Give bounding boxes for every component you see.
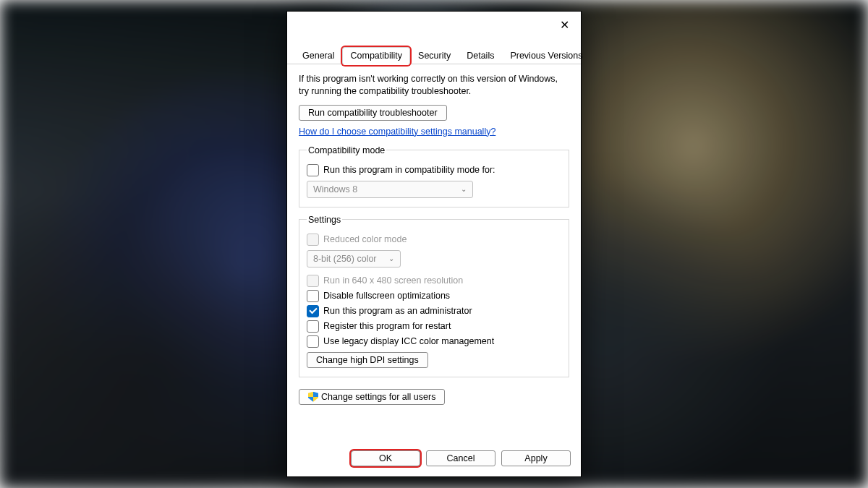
cancel-button[interactable]: Cancel [426, 450, 495, 466]
tab-general[interactable]: General [294, 47, 342, 64]
disable-fullscreen-checkbox[interactable] [307, 290, 319, 302]
legacy-icc-label: Use legacy display ICC color management [323, 336, 494, 346]
compat-mode-select-value: Windows 8 [313, 184, 357, 194]
register-restart-checkbox[interactable] [307, 320, 319, 333]
chevron-down-icon: ⌄ [461, 185, 467, 193]
compatibility-mode-legend: Compatibility mode [307, 145, 386, 155]
close-icon: ✕ [560, 20, 569, 31]
register-restart-label: Register this program for restart [323, 321, 451, 331]
tab-previous-versions[interactable]: Previous Versions [502, 47, 590, 64]
run-troubleshooter-button[interactable]: Run compatibility troubleshooter [299, 105, 447, 121]
reduced-color-label: Reduced color mode [323, 234, 407, 244]
run-640-label: Run in 640 x 480 screen resolution [323, 275, 463, 286]
close-button[interactable]: ✕ [558, 19, 571, 32]
change-high-dpi-button[interactable]: Change high DPI settings [307, 352, 428, 368]
reduced-color-checkbox [307, 234, 319, 246]
color-depth-select: 8-bit (256) color ⌄ [307, 250, 401, 267]
settings-group: Settings Reduced color mode 8-bit (256) … [299, 215, 569, 377]
run-as-admin-checkbox[interactable] [307, 305, 319, 317]
compat-mode-label: Run this program in compatibility mode f… [323, 165, 495, 175]
help-link[interactable]: How do I choose compatibility settings m… [299, 127, 569, 137]
dialog-footer: OK Cancel Apply [287, 442, 581, 476]
ok-button[interactable]: OK [351, 450, 420, 466]
compatibility-mode-group: Compatibility mode Run this program in c… [299, 145, 569, 207]
settings-legend: Settings [307, 215, 342, 225]
change-settings-all-users-label: Change settings for all users [321, 392, 435, 402]
run-as-admin-label: Run this program as an administrator [323, 306, 472, 316]
intro-text: If this program isn't working correctly … [299, 73, 569, 98]
disable-fullscreen-label: Disable fullscreen optimizations [323, 291, 450, 301]
change-settings-all-users-button[interactable]: Change settings for all users [299, 389, 445, 405]
legacy-icc-checkbox[interactable] [307, 335, 319, 348]
compat-mode-checkbox[interactable] [307, 164, 319, 176]
chevron-down-icon: ⌄ [388, 254, 394, 262]
shield-icon [308, 392, 318, 402]
tab-details[interactable]: Details [459, 47, 502, 64]
tab-row: General Compatibility Security Details P… [287, 40, 581, 64]
compat-mode-select[interactable]: Windows 8 ⌄ [307, 181, 473, 198]
tab-body-compatibility: If this program isn't working correctly … [287, 64, 581, 442]
apply-button[interactable]: Apply [501, 450, 571, 466]
run-640-checkbox [307, 275, 319, 287]
properties-dialog: ✕ General Compatibility Security Details… [287, 12, 581, 476]
tab-security[interactable]: Security [410, 47, 459, 64]
titlebar: ✕ [287, 12, 581, 40]
tab-compatibility[interactable]: Compatibility [342, 47, 410, 65]
color-depth-value: 8-bit (256) color [313, 254, 377, 264]
